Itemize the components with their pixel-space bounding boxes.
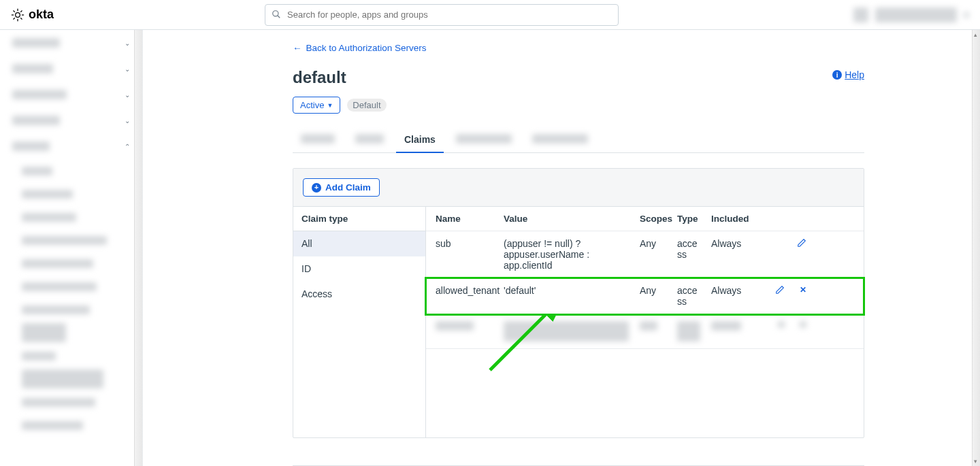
svg-line-7 [14,18,15,19]
search [265,4,619,26]
sidebar-item[interactable] [0,275,142,298]
col-type: Type [672,207,706,231]
claims-table: Name Value Scopes Type Included sub (app… [426,207,864,437]
svg-point-9 [273,10,278,16]
chevron-up-icon: ⌃ [125,143,130,150]
back-link[interactable]: ← Back to Authorization Servers [293,43,427,53]
arrow-left-icon: ← [293,43,302,53]
claim-type-all[interactable]: All [293,231,425,256]
sidebar-group[interactable]: ⌄ [0,107,142,133]
sidebar: ⌄ ⌄ ⌄ ⌄ ⌃ [0,30,143,466]
sidebar-item[interactable] [0,298,142,321]
col-scopes: Scopes [634,207,672,231]
cell-value: 'default' [498,278,634,314]
search-input[interactable] [265,4,619,26]
table-row: sub (appuser != null) ? appuser.userName… [426,231,864,278]
chevron-down-icon: ⌄ [125,65,130,73]
sidebar-item[interactable] [0,390,142,414]
tabs: Claims [293,127,864,153]
topbar: okta [0,0,980,30]
svg-point-0 [16,12,20,17]
tab-access-policies[interactable] [448,127,520,152]
sidebar-group[interactable]: ⌄ [0,82,142,107]
scrollbar[interactable]: ▴▾ [972,30,980,466]
sidebar-item[interactable] [0,414,142,437]
plus-icon: + [312,183,321,193]
tab-settings[interactable] [293,127,343,152]
default-badge: Default [347,99,386,112]
cell-included: Always [706,231,760,278]
table-row-highlighted: allowed_tenant 'default' Any access Alwa… [426,278,864,314]
chevron-down-icon: ▼ [327,102,333,109]
delete-icon[interactable]: ✕ [800,285,806,295]
status-dropdown[interactable]: Active ▼ [293,97,340,114]
claim-type-header: Claim type [293,207,425,231]
svg-line-6 [20,18,22,19]
table-row [426,314,864,349]
sidebar-item[interactable] [0,205,142,229]
cell-scopes: Any [634,231,672,278]
okta-mark-icon [11,8,24,22]
edit-icon[interactable] [797,238,806,250]
cell-name: allowed_tenant [430,278,498,314]
svg-line-5 [14,10,15,12]
sidebar-item[interactable] [0,182,142,205]
col-included: Included [706,207,760,231]
table-header: Name Value Scopes Type Included [426,207,864,231]
cell-type: access [672,278,706,314]
sidebar-group[interactable]: ⌄ [0,30,142,56]
sidebar-item[interactable] [0,321,142,344]
svg-line-8 [20,10,22,12]
claim-type-filter: Claim type All ID Access [293,207,426,437]
brand-logo[interactable]: okta [11,7,54,22]
edit-icon[interactable] [775,285,785,297]
tab-scopes[interactable] [347,127,392,152]
sidebar-item[interactable] [0,159,142,182]
add-claim-label: Add Claim [325,182,371,193]
add-claim-button[interactable]: + Add Claim [303,178,380,197]
search-icon [272,10,281,21]
tab-trusted-origins[interactable] [524,127,596,152]
claims-panel: + Add Claim Claim type All ID Access Nam… [293,168,864,438]
sidebar-item[interactable] [0,252,142,275]
claim-type-access[interactable]: Access [293,282,425,307]
cell-scopes: Any [634,278,672,314]
brand-name: okta [29,7,54,22]
col-name: Name [430,207,498,231]
claim-type-id[interactable]: ID [293,256,425,282]
svg-line-10 [278,15,280,18]
status-label: Active [300,100,324,110]
chevron-down-icon: ⌄ [125,39,130,47]
cell-value: (appuser != null) ? appuser.userName : a… [498,231,634,278]
sidebar-group[interactable]: ⌄ [0,56,142,82]
sidebar-item[interactable] [0,344,142,367]
cell-included: Always [706,278,760,314]
scrollbar[interactable] [134,30,142,466]
sidebar-item[interactable] [0,367,142,390]
cell-type: access [672,231,706,278]
back-link-label: Back to Authorization Servers [306,43,427,53]
user-menu[interactable] [853,7,969,22]
page-title: default [293,68,346,87]
help-label: Help [845,69,864,80]
sidebar-group-open[interactable]: ⌃ [0,133,142,159]
sidebar-item[interactable] [0,229,142,252]
info-icon: i [832,70,842,80]
col-value: Value [498,207,634,231]
chevron-down-icon: ⌄ [125,91,130,99]
tab-claims[interactable]: Claims [396,127,444,153]
cell-name: sub [430,231,498,278]
help-link[interactable]: i Help [832,69,864,80]
chevron-down-icon: ⌄ [125,117,130,124]
status-row: Active ▼ Default [293,97,864,114]
main: ← Back to Authorization Servers default … [143,30,980,466]
